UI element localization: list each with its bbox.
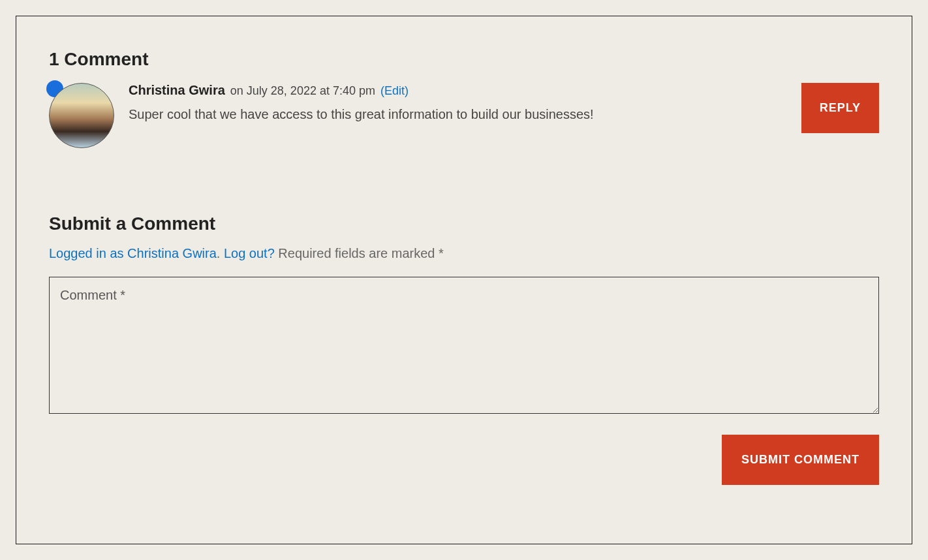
submit-comment-section: Submit a Comment Logged in as Christina … bbox=[49, 213, 879, 485]
required-text: Required fields are marked * bbox=[275, 246, 444, 260]
comment-author: Christina Gwira bbox=[129, 83, 225, 98]
comments-panel: 1 Comment Christina Gwira on July 28, 20… bbox=[16, 16, 912, 544]
comment-textarea[interactable] bbox=[49, 277, 879, 414]
reply-button[interactable]: REPLY bbox=[801, 83, 879, 133]
submit-button-wrap: SUBMIT COMMENT bbox=[49, 435, 879, 485]
edit-comment-link[interactable]: (Edit) bbox=[380, 84, 409, 98]
logged-in-link[interactable]: Logged in as Christina Gwira bbox=[49, 246, 217, 260]
logout-link[interactable]: Log out? bbox=[224, 246, 275, 260]
comment-body: Christina Gwira on July 28, 2022 at 7:40… bbox=[129, 83, 879, 122]
comment-meta: Christina Gwira on July 28, 2022 at 7:40… bbox=[129, 83, 879, 98]
avatar bbox=[49, 83, 114, 148]
submit-comment-button[interactable]: SUBMIT COMMENT bbox=[722, 435, 879, 485]
comment-text: Super cool that we have access to this g… bbox=[129, 107, 879, 122]
avatar-wrap bbox=[49, 83, 114, 148]
comment-item: Christina Gwira on July 28, 2022 at 7:40… bbox=[49, 83, 879, 148]
comment-date: on July 28, 2022 at 7:40 pm bbox=[230, 84, 375, 98]
logged-in-line: Logged in as Christina Gwira. Log out? R… bbox=[49, 246, 879, 261]
submit-heading: Submit a Comment bbox=[49, 213, 879, 234]
comments-count-heading: 1 Comment bbox=[49, 49, 879, 70]
logged-separator: . bbox=[217, 246, 224, 260]
